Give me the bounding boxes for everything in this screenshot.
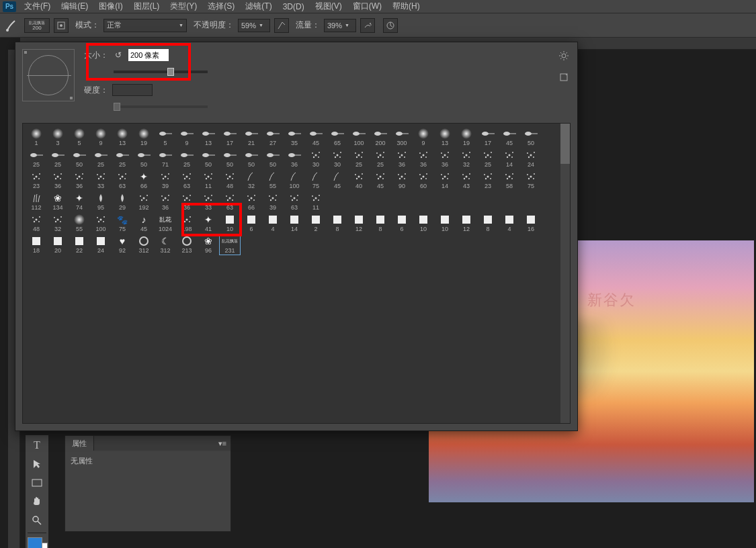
brush-preset-item[interactable]: 6 [391,212,413,234]
brush-preset-item[interactable]: 75 [520,169,542,191]
brush-preset-item[interactable]: ✦41 [198,212,219,234]
scrollbar-thumb[interactable] [560,124,570,164]
brush-preset-item[interactable]: 25 [26,148,47,169]
brush-preset-item[interactable]: 48 [26,212,47,234]
brush-preset-item[interactable]: 32 [456,148,477,169]
brush-preset-item[interactable]: 90 [391,169,413,191]
brush-preset-item[interactable]: 63 [176,169,198,191]
brush-preset-item[interactable]: 21 [241,126,262,148]
menu-layer[interactable]: 图层(L) [131,0,163,13]
brush-preset-item[interactable]: ❀134 [47,191,69,212]
brush-hardness-slider[interactable] [114,105,208,108]
brush-preset-item[interactable]: 乱花飘落231 [219,234,241,255]
brush-preset-item[interactable]: 19 [456,126,477,148]
menu-filter[interactable]: 滤镜(T) [243,0,274,13]
brush-preset-item[interactable]: 100 [348,126,370,148]
menu-window[interactable]: 窗口(W) [350,0,384,13]
brush-preset-item[interactable]: 50 [241,148,262,169]
brush-preset-item[interactable]: 50 [198,148,219,169]
brush-preset-item[interactable]: ♥92 [112,234,133,255]
brush-preset-item[interactable]: 25 [112,148,133,169]
brush-preset-item[interactable]: 50 [133,148,155,169]
properties-tab[interactable]: 属性 [65,436,94,451]
brush-preset-item[interactable]: 5 [69,126,90,148]
brush-preset-item[interactable]: 45 [370,169,391,191]
brush-preset-item[interactable]: 60 [413,169,434,191]
brush-preset-item[interactable]: 32 [47,212,69,234]
brush-preset-item[interactable]: 23 [26,169,47,191]
brush-preset-item[interactable]: 50 [69,148,90,169]
brush-preset-item[interactable]: 30 [327,148,348,169]
brush-preset-item[interactable]: 192 [133,191,155,212]
brush-preset-item[interactable]: 22 [69,234,90,255]
brush-preset-item[interactable]: 33 [90,169,112,191]
brush-preset-item[interactable]: 48 [219,169,241,191]
opacity-pressure-toggle[interactable] [274,18,289,33]
menu-select[interactable]: 选择(S) [205,0,237,13]
brush-preset-item[interactable]: 39 [155,169,176,191]
brush-preset-item[interactable]: 35 [284,126,305,148]
brush-preset-item[interactable]: 63 [112,169,133,191]
brush-preset-item[interactable]: 13 [198,126,219,148]
brush-preset-item[interactable]: 55 [69,212,90,234]
menu-image[interactable]: 图像(I) [96,0,125,13]
brush-preset-item[interactable]: 1 [26,126,47,148]
brush-preset-item[interactable]: 40 [348,169,370,191]
brush-preset-item[interactable]: 25 [90,148,112,169]
brush-preset-item[interactable]: ☾312 [155,234,176,255]
brush-preset-item[interactable]: 🐾75 [112,212,133,234]
brush-preset-item[interactable]: 8 [327,212,348,234]
brush-preset-item[interactable]: 50 [520,126,542,148]
brush-preset-item[interactable]: 20 [47,234,69,255]
brush-preset-item[interactable]: 36 [176,191,198,212]
reset-size-icon[interactable]: ↺ [112,49,124,61]
brush-preset-item[interactable]: 乱花1024 [155,212,176,234]
brush-hardness-input[interactable] [112,84,153,96]
brush-preset-item[interactable]: 36 [69,169,90,191]
brush-preset-item[interactable]: 36 [47,169,69,191]
brush-preset-item[interactable]: 29 [112,191,133,212]
brush-preset-item[interactable]: 18 [26,234,47,255]
brush-preset-item[interactable]: 6 [241,212,262,234]
menu-type[interactable]: 类型(Y) [167,0,200,13]
brush-preset-item[interactable]: ❀96 [198,234,219,255]
brush-preset-item[interactable]: 10 [219,212,241,234]
rectangle-tool[interactable] [28,475,46,491]
brush-preset-item[interactable]: 312 [133,234,155,255]
brush-preset-item[interactable]: 10 [413,212,434,234]
brush-preset-item[interactable]: 50 [262,148,284,169]
hand-tool[interactable] [28,494,46,510]
mode-dropdown[interactable]: 正常 ▼ [103,19,187,32]
brush-panel-toggle[interactable] [54,18,69,33]
brush-preset-item[interactable]: 36 [155,191,176,212]
gear-icon[interactable] [558,50,569,62]
brush-preset-item[interactable]: 32 [241,169,262,191]
brush-angle-control[interactable] [22,49,75,101]
brush-preset-item[interactable]: 200 [370,126,391,148]
brush-preset-item[interactable]: 95 [90,191,112,212]
brush-preset-item[interactable]: 65 [327,126,348,148]
menu-file[interactable]: 文件(F) [22,0,53,13]
brush-preset-item[interactable]: 10 [434,212,456,234]
brush-preset-item[interactable]: 43 [456,169,477,191]
foreground-color[interactable] [28,537,42,548]
brush-preset-item[interactable]: 9 [90,126,112,148]
brush-preset-item[interactable]: 14 [434,169,456,191]
brush-preset-item[interactable]: 55 [262,169,284,191]
brush-preset-item[interactable]: 71 [155,148,176,169]
brush-preset-item[interactable]: 36 [413,148,434,169]
brush-preset-item[interactable]: 8 [370,212,391,234]
menu-view[interactable]: 视图(V) [312,0,345,13]
airbrush-toggle[interactable] [360,18,375,33]
brush-preset-item[interactable]: 4 [262,212,284,234]
brush-preset-item[interactable]: 11 [305,191,327,212]
brush-preset-item[interactable]: 17 [477,126,499,148]
brush-preset-item[interactable]: 4 [499,212,520,234]
brush-preset-item[interactable]: 24 [520,148,542,169]
brush-preset-item[interactable]: 213 [176,234,198,255]
brush-preset-item[interactable]: 9 [413,126,434,148]
brush-scrollbar[interactable] [560,124,570,423]
brush-preset-item[interactable]: 45 [305,126,327,148]
path-select-tool[interactable] [28,456,46,472]
brush-preset-dropdown[interactable]: 乱花飘落 200 [24,18,50,33]
